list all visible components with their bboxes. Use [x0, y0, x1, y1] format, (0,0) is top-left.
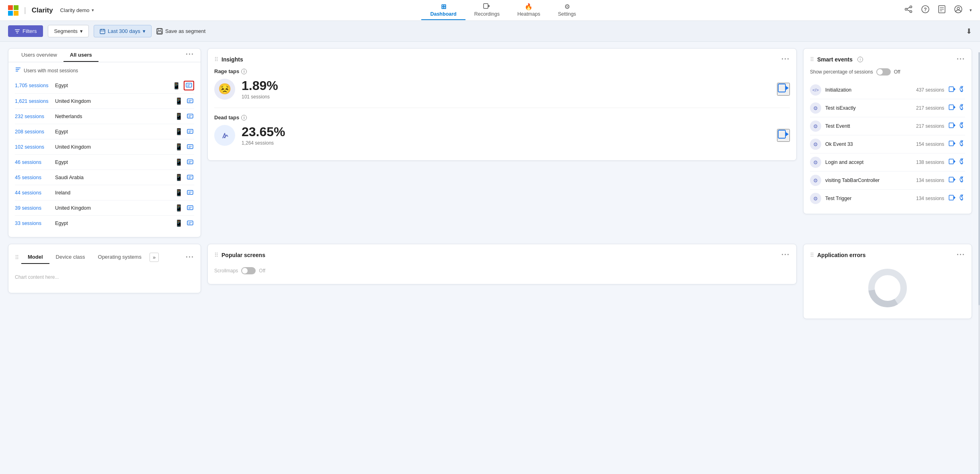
mobile-icon-btn[interactable]: 📱 — [174, 203, 184, 212]
sort-label: Users with most sessions — [24, 68, 78, 74]
tab-model[interactable]: Model — [21, 251, 49, 264]
segment-icon-btn[interactable] — [184, 81, 194, 90]
save-segment-button[interactable]: Save as segment — [156, 28, 205, 35]
segments-button[interactable]: Segments ▾ — [48, 25, 89, 37]
mobile-icon-btn[interactable]: 📱 — [174, 112, 184, 121]
segment-icon-btn[interactable] — [186, 173, 194, 182]
se-heatmap-button[interactable] — [958, 85, 965, 95]
segment-icon-btn[interactable] — [186, 97, 194, 106]
insights-title: Insights — [221, 56, 243, 63]
mobile-icon-btn[interactable]: 📱 — [174, 188, 184, 197]
model-more-button[interactable]: ··· — [186, 253, 194, 262]
users-card-more-button[interactable]: ··· — [186, 49, 194, 60]
se-video-button[interactable] — [948, 103, 956, 113]
svg-marker-66 — [786, 132, 789, 136]
se-event-icon: ⚙ — [810, 157, 821, 168]
save-segment-label: Save as segment — [165, 28, 205, 34]
popular-screens-drag-handle: ⠿ — [214, 252, 218, 258]
app-errors-header: ⠿ Application errors ··· — [810, 251, 965, 259]
tab-operating-systems[interactable]: Operating systems — [92, 251, 148, 264]
help-button[interactable]: ? — [920, 4, 931, 17]
popular-screens-content: Scrollmaps Off — [214, 264, 790, 278]
segment-icon-btn[interactable] — [186, 127, 194, 136]
profile-button[interactable] — [953, 4, 964, 17]
svg-marker-63 — [786, 86, 789, 90]
svg-point-64 — [224, 137, 226, 138]
se-heatmap-button[interactable] — [958, 157, 965, 167]
filters-button[interactable]: Filters — [8, 25, 43, 37]
svg-rect-82 — [949, 177, 953, 182]
model-device-card: ⠿ Model Device class Operating systems »… — [8, 244, 201, 293]
project-name: Clarity demo — [60, 7, 90, 13]
mobile-icon-btn[interactable]: 📱 — [172, 81, 181, 90]
main-content: Users overview All users ··· Users with … — [0, 42, 980, 325]
se-heatmap-button[interactable] — [958, 176, 965, 185]
project-selector[interactable]: Clarity demo ▾ — [60, 7, 94, 13]
tab-heatmaps[interactable]: 🔥 Heatmaps — [508, 0, 549, 20]
download-button[interactable]: ⬇ — [966, 27, 972, 36]
se-heatmap-button[interactable] — [958, 139, 965, 149]
segment-icon-btn[interactable] — [186, 143, 194, 151]
cards-row-bottom: ⠿ Model Device class Operating systems »… — [8, 244, 972, 319]
mobile-icon-btn[interactable]: 📱 — [174, 157, 184, 167]
svg-point-18 — [957, 7, 959, 10]
se-video-button[interactable] — [948, 85, 956, 95]
dead-taps-info-icon[interactable]: i — [241, 115, 247, 121]
share-button[interactable] — [903, 4, 914, 16]
segment-icon-btn[interactable] — [186, 219, 194, 228]
users-list: 1,705 sessions Egypt 📱 1,621 sessions Un… — [15, 78, 194, 231]
rage-taps-video-button[interactable] — [777, 83, 790, 96]
more-tabs-button[interactable]: » — [150, 253, 159, 262]
user-row: 1,621 sessions United Kingdom 📱 — [15, 94, 194, 109]
tab-settings[interactable]: ⚙ Settings — [549, 0, 585, 20]
svg-rect-35 — [187, 99, 193, 103]
filters-label: Filters — [23, 28, 37, 34]
se-video-button[interactable] — [948, 139, 956, 149]
svg-rect-79 — [949, 159, 953, 164]
segment-icon-btn[interactable] — [186, 188, 194, 197]
svg-rect-0 — [8, 5, 13, 10]
date-range-button[interactable]: Last 300 days ▾ — [94, 25, 152, 37]
smart-events-more-button[interactable]: ··· — [957, 55, 965, 63]
se-code-icon: </> — [810, 84, 821, 96]
dead-taps-video-button[interactable] — [777, 129, 790, 142]
svg-point-69 — [961, 90, 962, 92]
app-name: Clarity — [32, 6, 53, 14]
smart-event-row: ⚙ Test Trigger 134 sessions — [810, 190, 965, 207]
segment-icon-btn[interactable] — [186, 112, 194, 121]
se-heatmap-button[interactable] — [958, 194, 965, 203]
rage-taps-info-icon[interactable]: i — [241, 69, 247, 74]
se-heatmap-button[interactable] — [958, 103, 965, 113]
scrollmaps-toggle[interactable] — [241, 267, 256, 274]
profile-chevron-icon: ▾ — [970, 8, 972, 13]
insights-more-button[interactable]: ··· — [781, 55, 790, 63]
smart-events-list: </> Initialization 437 sessions ⚙ Test — [810, 81, 965, 207]
rage-taps-stats: 1.89% 101 sessions — [242, 78, 278, 100]
smart-events-scrollbar[interactable] — [978, 52, 980, 325]
se-video-button[interactable] — [948, 121, 956, 131]
tab-dashboard[interactable]: ⊞ Dashboard — [421, 0, 465, 20]
se-video-button[interactable] — [948, 157, 956, 167]
mobile-icon-btn[interactable]: 📱 — [174, 219, 184, 228]
tab-users-overview[interactable]: Users overview — [15, 49, 64, 62]
app-errors-more-button[interactable]: ··· — [957, 251, 965, 259]
popular-screens-more-button[interactable]: ··· — [781, 251, 790, 259]
segment-icon-btn[interactable] — [186, 158, 194, 167]
mobile-icon-btn[interactable]: 📱 — [174, 96, 184, 106]
tab-recordings[interactable]: Recordings — [465, 1, 508, 20]
se-video-button[interactable] — [948, 176, 956, 185]
smart-event-row: ⚙ Ok Event 33 154 sessions — [810, 135, 965, 153]
mobile-icon-btn[interactable]: 📱 — [174, 142, 184, 151]
mobile-icon-btn[interactable]: 📱 — [174, 127, 184, 136]
se-video-button[interactable] — [948, 194, 956, 203]
percentage-toggle[interactable] — [876, 68, 891, 76]
smart-events-info-icon[interactable]: i — [857, 57, 863, 62]
tab-device-class[interactable]: Device class — [49, 251, 92, 264]
tab-all-users[interactable]: All users — [64, 49, 98, 62]
segments-label: Segments — [54, 28, 78, 34]
docs-button[interactable] — [937, 4, 947, 17]
segment-icon-btn[interactable] — [186, 204, 194, 212]
mobile-icon-btn[interactable]: 📱 — [174, 173, 184, 182]
date-label: Last 300 days — [108, 28, 140, 34]
se-heatmap-button[interactable] — [958, 121, 965, 131]
